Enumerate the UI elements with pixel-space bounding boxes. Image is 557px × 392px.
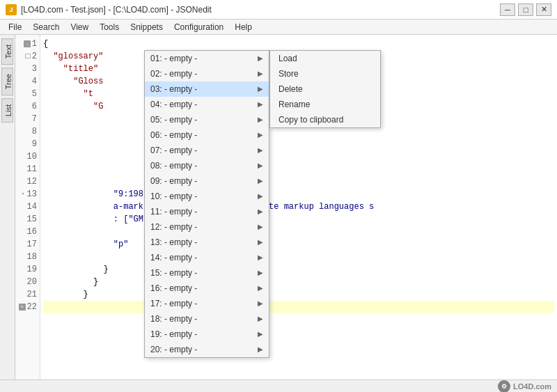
sidebar-tabs: Text Tree List — [0, 35, 15, 379]
line-num-1: - 1 — [15, 38, 40, 50]
line-num-3: 3 — [15, 63, 40, 75]
snippet-item-16[interactable]: 16: - empty -▶ — [145, 281, 269, 296]
snippet-item-17[interactable]: 17: - empty -▶ — [145, 296, 269, 311]
snippet-arrow: ▶ — [258, 281, 263, 296]
line-num-2: □2 — [15, 50, 40, 63]
snippet-arrow: ▶ — [258, 235, 263, 250]
snippet-arrow: ▶ — [258, 173, 263, 189]
snippet-item-1[interactable]: 01: - empty -▶ — [145, 51, 269, 66]
menu-bar: FileSearchViewToolsSnippetsConfiguration… — [0, 19, 557, 35]
minimize-button[interactable]: ─ — [500, 3, 515, 16]
line-num-20: 20 — [15, 276, 40, 288]
menu-item-search[interactable]: Search — [27, 19, 65, 35]
snippet-arrow: ▶ — [258, 327, 263, 342]
snippet-item-3[interactable]: 03: - empty -▶ — [145, 81, 269, 97]
snippet-arrow: ▶ — [258, 250, 263, 265]
line-num-14: 14 — [15, 201, 40, 213]
snippet-label: 14: - empty - — [150, 250, 197, 265]
line-num-4: 4 — [15, 75, 40, 88]
line-num-13: ·13 — [15, 188, 40, 201]
snippet-item-18[interactable]: 18: - empty -▶ — [145, 311, 269, 327]
snippet-label: 05: - empty - — [150, 112, 197, 127]
snippet-item-5[interactable]: 05: - empty -▶ — [145, 112, 269, 127]
submenu[interactable]: LoadStoreDeleteRenameCopy to clipboard — [269, 50, 381, 128]
code-line-21: } — [43, 288, 554, 301]
snippet-arrow: ▶ — [258, 112, 263, 127]
submenu-item-store[interactable]: Store — [270, 66, 380, 81]
snippet-arrow: ▶ — [258, 342, 263, 357]
snippet-arrow: ▶ — [258, 158, 263, 173]
menu-item-snippets[interactable]: Snippets — [125, 19, 168, 35]
line-num-19: 19 — [15, 263, 40, 276]
menu-item-help[interactable]: Help — [229, 19, 258, 35]
snippet-arrow: ▶ — [258, 204, 263, 219]
line-num-17: 17 — [15, 238, 40, 251]
snippet-label: 10: - empty - — [150, 189, 197, 204]
menu-item-tools[interactable]: Tools — [94, 19, 125, 35]
bottom-bar: ⚙ LO4D.com — [0, 379, 557, 392]
app-icon: J — [6, 4, 17, 15]
submenu-item-copy-to-clipboard[interactable]: Copy to clipboard — [270, 112, 380, 127]
snippet-item-14[interactable]: 14: - empty -▶ — [145, 250, 269, 265]
sidebar-tab-list[interactable]: List — [1, 98, 13, 123]
maximize-button[interactable]: □ — [518, 3, 533, 16]
snippet-label: 17: - empty - — [150, 296, 197, 311]
snippet-arrow: ▶ — [258, 51, 263, 66]
close-button[interactable]: ✕ — [536, 3, 551, 16]
snippet-item-11[interactable]: 11: - empty -▶ — [145, 204, 269, 219]
code-line-22 — [43, 301, 554, 313]
snippet-label: 12: - empty - — [150, 219, 197, 235]
snippet-item-7[interactable]: 07: - empty -▶ — [145, 143, 269, 158]
snippet-arrow: ▶ — [258, 311, 263, 327]
line-num-18: 18 — [15, 251, 40, 263]
code-line-18 — [43, 251, 554, 263]
snippet-arrow: ▶ — [258, 66, 263, 81]
snippet-label: 03: - empty - — [150, 81, 197, 97]
snippet-arrow: ▶ — [258, 265, 263, 281]
sidebar-tab-tree[interactable]: Tree — [1, 68, 13, 95]
submenu-item-rename[interactable]: Rename — [270, 97, 380, 112]
editor-panel: - 1 □2 3 4 5 6 7 8 9 10 11 12 ·13 14 15 … — [15, 35, 557, 379]
menu-item-view[interactable]: View — [65, 19, 94, 35]
code-line-17: "p" — [43, 238, 554, 251]
snippet-item-13[interactable]: 13: - empty -▶ — [145, 235, 269, 250]
snippet-label: 07: - empty - — [150, 143, 197, 158]
window-controls: ─ □ ✕ — [500, 3, 551, 16]
code-line-9 — [43, 138, 554, 150]
menu-item-configuration[interactable]: Configuration — [168, 19, 229, 35]
snippet-label: 01: - empty - — [150, 51, 197, 66]
snippet-item-10[interactable]: 10: - empty -▶ — [145, 189, 269, 204]
menu-item-file[interactable]: File — [3, 19, 27, 35]
watermark-text: LO4D.com — [513, 382, 551, 391]
snippet-item-20[interactable]: 20: - empty -▶ — [145, 342, 269, 357]
fold-icon-1[interactable]: - — [24, 40, 31, 47]
code-line-14: a-markup language, used to create markup… — [43, 201, 554, 213]
snippets-menu[interactable]: 01: - empty -▶02: - empty -▶03: - empty … — [144, 50, 269, 358]
watermark-icon: ⚙ — [498, 380, 510, 393]
code-line-20: } — [43, 276, 554, 288]
snippet-item-4[interactable]: 04: - empty -▶ — [145, 97, 269, 112]
snippet-item-9[interactable]: 09: - empty -▶ — [145, 173, 269, 189]
title-bar: J [LO4D.com - Test.json] - [C:\LO4D.com]… — [0, 0, 557, 19]
snippet-item-8[interactable]: 08: - empty -▶ — [145, 158, 269, 173]
snippet-label: 11: - empty - — [150, 204, 197, 219]
main-area: Text Tree List - 1 □2 3 4 5 6 7 8 9 10 1… — [0, 35, 557, 379]
submenu-item-delete[interactable]: Delete — [270, 81, 380, 97]
snippet-item-19[interactable]: 19: - empty -▶ — [145, 327, 269, 342]
snippet-label: 19: - empty - — [150, 327, 197, 342]
line-num-16: 16 — [15, 226, 40, 238]
snippet-item-15[interactable]: 15: - empty -▶ — [145, 265, 269, 281]
code-line-19: } — [43, 263, 554, 276]
line-num-9: 9 — [15, 138, 40, 150]
snippet-label: 02: - empty - — [150, 66, 197, 81]
sidebar-tab-text[interactable]: Text — [1, 38, 13, 65]
code-line-12 — [43, 175, 554, 188]
line-num-15: 15 — [15, 213, 40, 226]
snippet-item-12[interactable]: 12: - empty -▶ — [145, 219, 269, 235]
snippet-arrow: ▶ — [258, 81, 263, 97]
snippet-item-2[interactable]: 02: - empty -▶ — [145, 66, 269, 81]
fold-icon-22[interactable]: + — [19, 304, 26, 311]
snippet-item-6[interactable]: 06: - empty -▶ — [145, 127, 269, 143]
snippet-arrow: ▶ — [258, 296, 263, 311]
submenu-item-load[interactable]: Load — [270, 51, 380, 66]
